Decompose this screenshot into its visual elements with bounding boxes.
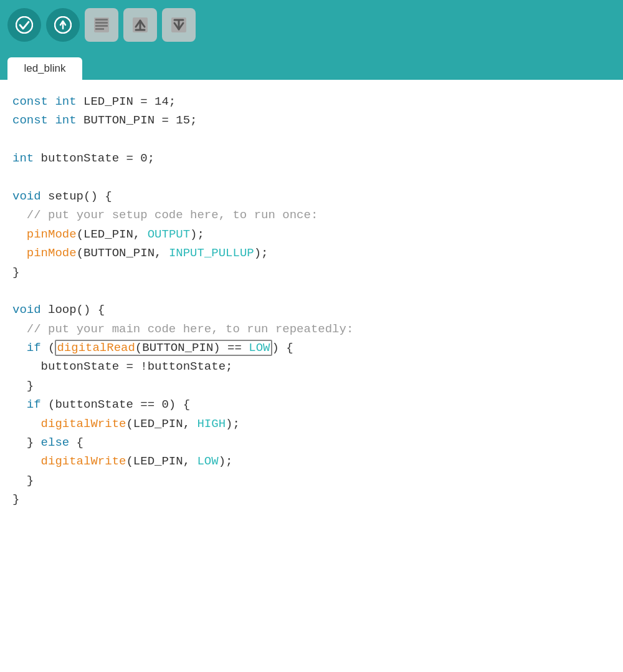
code-line-17: if (buttonState == 0) { (12, 395, 611, 414)
code-line-10: } (12, 263, 611, 282)
code-line-13: // put your main code here, to run repea… (12, 320, 611, 338)
code-line-14: if (digitalRead(BUTTON_PIN) == LOW) { (12, 338, 611, 357)
code-line-3 (12, 130, 611, 149)
verify-button[interactable] (7, 8, 41, 42)
code-editor[interactable]: const int LED_PIN = 14; const int BUTTON… (0, 80, 623, 522)
open-button[interactable] (123, 8, 157, 42)
code-line-6: void setup() { (12, 187, 611, 206)
code-line-19: } else { (12, 433, 611, 452)
code-line-21: } (12, 471, 611, 490)
tab-led-blink[interactable]: led_blink (7, 57, 82, 80)
code-line-12: void loop() { (12, 300, 611, 319)
code-line-11 (12, 282, 611, 300)
code-line-20: digitalWrite(LED_PIN, LOW); (12, 452, 611, 471)
new-button[interactable] (85, 8, 118, 42)
svg-rect-6 (95, 25, 108, 27)
svg-rect-4 (95, 19, 108, 21)
upload-button[interactable] (46, 8, 80, 42)
code-line-5 (12, 168, 611, 187)
save-button[interactable] (162, 8, 196, 42)
tab-bar: led_blink (0, 50, 623, 80)
code-line-2: const int BUTTON_PIN = 15; (12, 111, 611, 130)
code-line-4: int buttonState = 0; (12, 149, 611, 168)
code-line-16: } (12, 377, 611, 395)
code-line-9: pinMode(BUTTON_PIN, INPUT_PULLUP); (12, 244, 611, 262)
code-line-8: pinMode(LED_PIN, OUTPUT); (12, 225, 611, 244)
code-line-7: // put your setup code here, to run once… (12, 206, 611, 224)
svg-rect-5 (95, 22, 108, 24)
code-line-15: buttonState = !buttonState; (12, 357, 611, 376)
svg-point-0 (16, 17, 32, 33)
code-line-22: } (12, 490, 611, 509)
code-line-1: const int LED_PIN = 14; (12, 92, 611, 111)
toolbar (0, 0, 623, 50)
code-line-18: digitalWrite(LED_PIN, HIGH); (12, 415, 611, 433)
svg-rect-7 (95, 28, 104, 30)
